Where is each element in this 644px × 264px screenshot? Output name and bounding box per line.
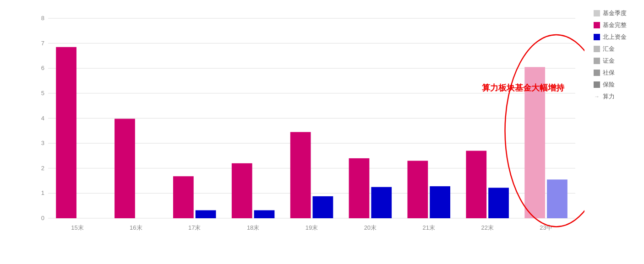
bar-blue-3 [254,210,275,218]
bar-pink-4 [290,132,311,218]
svg-text:5: 5 [41,90,44,97]
legend-item-beishang[interactable]: 北上资金 [594,33,639,41]
bar-pink-2 [173,176,194,218]
legend-item-shebao[interactable]: 社保 [594,69,639,77]
chart-svg: 01234567815末16末17末18末19末20末21末22末23中算力板块… [23,9,584,241]
bar-blue-6 [430,186,450,218]
legend-color-box [594,22,600,28]
svg-text:2: 2 [41,165,44,172]
legend-label: 基金季度 [603,9,627,17]
bar-pink-1 [115,119,135,218]
annotation-text: 算力板块基金大幅增持 [482,83,565,92]
svg-text:0: 0 [41,215,44,221]
bar-blue-5 [371,187,392,218]
legend-label: 汇金 [603,45,615,53]
bar-pink-5 [349,158,370,218]
svg-text:1: 1 [41,189,44,196]
svg-text:19末: 19末 [306,224,318,231]
svg-text:4: 4 [41,115,44,122]
svg-text:20末: 20末 [364,224,377,231]
svg-text:18末: 18末 [247,224,259,231]
legend-item-jijidu[interactable]: 基金季度 [594,9,639,17]
bar-blue-7 [488,188,509,218]
svg-text:8: 8 [41,15,44,22]
svg-text:3: 3 [41,140,44,146]
svg-text:7: 7 [41,40,44,47]
legend-arrow-icon: → [594,93,600,100]
bar-pink-6 [408,161,428,218]
legend-item-jiwanzheng[interactable]: 基金完整 [594,21,639,29]
legend-item-huijin[interactable]: 汇金 [594,45,639,53]
legend-item-zhengjin[interactable]: 证金 [594,57,639,65]
chart-container: 01234567815末16末17末18末19末20末21末22末23中算力板块… [0,0,644,264]
legend-label: 算力 [603,92,615,101]
legend-color-box [594,81,600,88]
legend-item-suanli[interactable]: →算力 [594,92,639,101]
svg-text:17末: 17末 [188,224,201,231]
legend-color-box [594,34,600,40]
legend-color-box [594,70,600,76]
bar-blue-2 [196,210,216,218]
legend-color-box [594,58,600,64]
bar-pink-0 [56,47,76,218]
svg-text:16末: 16末 [130,224,142,231]
legend-color-box [594,10,600,16]
svg-text:21末: 21末 [423,224,435,231]
legend-label: 社保 [603,69,615,77]
chart-area: 01234567815末16末17末18末19末20末21末22末23中算力板块… [0,0,589,264]
bar-pink-7 [466,151,486,218]
legend-item-baoxian[interactable]: 保险 [594,81,639,89]
bar-blue-4 [313,196,333,218]
bar-pink-3 [232,163,252,218]
legend-label: 北上资金 [603,33,627,41]
legend-label: 基金完整 [603,21,627,29]
legend-color-box [594,46,600,52]
legend-area: 基金季度基金完整北上资金汇金证金社保保险→算力 [589,0,644,264]
legend-label: 保险 [603,81,615,89]
svg-text:6: 6 [41,65,44,71]
svg-text:15末: 15末 [71,224,83,231]
bar-blue-8 [547,179,568,218]
svg-text:22末: 22末 [481,224,493,231]
legend-label: 证金 [603,57,615,65]
